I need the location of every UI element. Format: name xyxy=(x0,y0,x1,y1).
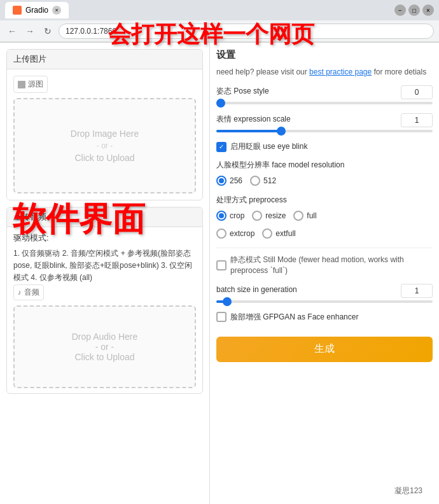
extcrop-label: extcrop xyxy=(230,229,254,238)
face-enhance-row[interactable]: 脸部增强 GFPGAN as Face enhancer xyxy=(216,312,433,323)
eye-blink-label: 启用眨眼 use eye blink xyxy=(230,141,307,152)
drive-mode-title: 驱动模式: xyxy=(13,232,196,244)
extcrop-radio[interactable] xyxy=(216,228,226,239)
extcrop-option[interactable]: extcrop xyxy=(216,228,254,239)
left-panel: 上传图片 源图 Drop Image Here - or - Click to … xyxy=(0,43,210,504)
maximize-btn[interactable]: □ xyxy=(408,4,420,16)
face-256-option[interactable]: 256 xyxy=(216,176,242,186)
extfull-option[interactable]: extfull xyxy=(262,228,295,239)
tab-close-btn[interactable]: × xyxy=(52,6,61,15)
click-upload-text[interactable]: Click to Upload xyxy=(74,153,134,163)
crop-radio[interactable] xyxy=(216,211,226,221)
window-controls: − □ × xyxy=(394,4,434,16)
help-text-before: need help? please visit our xyxy=(216,67,309,76)
expression-value-input[interactable] xyxy=(401,113,433,127)
drive-mode-section: 驱动模式: 1. 仅音频驱动 2. 音频/空闲模式 + 参考视频(脸部姿态pos… xyxy=(7,227,202,393)
drop-audio-text: Drop Audio Here xyxy=(72,332,138,342)
preprocess-setting: 处理方式 preprocess crop resize full xyxy=(216,195,433,239)
browser-chrome: Gradio × − □ × ← → ↻ xyxy=(0,0,439,43)
extfull-radio[interactable] xyxy=(262,228,272,239)
pose-label-row: 姿态 Pose style xyxy=(216,85,433,99)
crop-inner xyxy=(219,213,224,218)
expression-slider-thumb[interactable] xyxy=(277,127,286,136)
preprocess-radio-group-2: extcrop extfull xyxy=(216,228,433,239)
drive-mode-desc: 1. 仅音频驱动 2. 音频/空闲模式 + 参考视频(脸部姿态pose, 眨眼b… xyxy=(13,248,196,284)
face-model-setting: 人脸模型分辨率 face model resolution 256 512 xyxy=(216,160,433,186)
drop-image-text: Drop Image Here xyxy=(71,129,139,139)
face-512-option[interactable]: 512 xyxy=(250,176,276,186)
face-enhance-checkbox[interactable] xyxy=(216,312,226,322)
batch-label-row: batch size in generation xyxy=(216,284,433,298)
crop-option[interactable]: crop xyxy=(216,211,244,221)
resize-option[interactable]: resize xyxy=(252,211,286,221)
upload-audio-section: 上传音频 驱动模式: 1. 仅音频驱动 2. 音频/空闲模式 + 参考视频(脸部… xyxy=(6,207,203,394)
face-256-radio[interactable] xyxy=(216,176,226,186)
audio-label: ♪ 音频 xyxy=(13,284,44,300)
batch-size-setting: batch size in generation xyxy=(216,284,433,303)
address-bar[interactable] xyxy=(59,24,434,39)
still-mode-label: 静态模式 Still Mode (fewer head motion, work… xyxy=(230,255,433,276)
expression-label-row: 表情 expression scale xyxy=(216,113,433,127)
face-enhance-label: 脸部增强 GFPGAN as Face enhancer xyxy=(230,312,358,323)
extfull-label: extfull xyxy=(275,229,295,238)
upload-audio-header: 上传音频 xyxy=(7,207,202,227)
upload-image-area: 源图 Drop Image Here - or - Click to Uploa… xyxy=(7,69,202,200)
click-upload-audio-text[interactable]: Click to Upload xyxy=(74,352,134,362)
generate-button[interactable]: 生成 xyxy=(216,337,433,362)
right-panel: 设置 need help? please visit our best prac… xyxy=(210,43,439,504)
expression-setting: 表情 expression scale xyxy=(216,113,433,132)
pose-value-input[interactable] xyxy=(401,85,433,99)
preprocess-radio-group: crop resize full xyxy=(216,211,433,221)
or-audio-text: - or - xyxy=(95,342,115,352)
batch-size-input[interactable] xyxy=(401,284,433,298)
expression-label: 表情 expression scale xyxy=(216,114,291,125)
batch-slider-thumb[interactable] xyxy=(223,297,232,306)
pose-setting: 姿态 Pose style xyxy=(216,85,433,104)
resize-radio[interactable] xyxy=(252,211,262,221)
preprocess-label: 处理方式 preprocess xyxy=(216,195,433,206)
face-model-radio-group: 256 512 xyxy=(216,176,433,186)
close-btn[interactable]: × xyxy=(422,4,434,16)
audio-drop-zone[interactable]: Drop Audio Here - or - Click to Upload xyxy=(13,305,196,388)
source-label: 源图 xyxy=(13,76,48,93)
face-256-label: 256 xyxy=(230,176,242,185)
full-radio[interactable] xyxy=(293,211,303,221)
watermark-text: 凝思123 xyxy=(394,486,422,495)
batch-slider-track[interactable] xyxy=(216,300,433,303)
tab-favicon xyxy=(13,6,22,15)
expression-slider-fill xyxy=(216,130,281,132)
image-icon xyxy=(18,81,25,88)
forward-button[interactable]: → xyxy=(23,24,37,38)
minimize-btn[interactable]: − xyxy=(394,4,406,16)
full-option[interactable]: full xyxy=(293,211,316,221)
still-mode-row[interactable]: 静态模式 Still Mode (fewer head motion, work… xyxy=(216,255,433,276)
eye-blink-row[interactable]: 启用眨眼 use eye blink xyxy=(216,141,433,152)
browser-titlebar: Gradio × − □ × xyxy=(0,0,439,20)
resize-label: resize xyxy=(265,211,286,220)
source-label-text: 源图 xyxy=(28,79,43,90)
full-label: full xyxy=(307,211,316,220)
upload-audio-title: 上传音频 xyxy=(13,212,46,221)
image-drop-zone[interactable]: Drop Image Here - or - Click to Upload xyxy=(13,98,196,193)
expression-slider-track[interactable] xyxy=(216,130,433,132)
divider-1 xyxy=(216,248,433,248)
face-model-label: 人脸模型分辨率 face model resolution xyxy=(216,160,433,171)
refresh-button[interactable]: ↻ xyxy=(41,24,55,38)
face-256-inner xyxy=(219,178,224,183)
tab-title: Gradio xyxy=(25,6,48,15)
pose-label: 姿态 Pose style xyxy=(216,86,269,97)
help-text: need help? please visit our best practic… xyxy=(216,66,433,78)
or-text: - or - xyxy=(97,141,113,150)
back-button[interactable]: ← xyxy=(5,24,19,38)
face-512-radio[interactable] xyxy=(250,176,260,186)
eye-blink-checkbox[interactable] xyxy=(216,142,226,152)
batch-size-label: batch size in generation xyxy=(216,285,297,294)
upload-image-section: 上传图片 源图 Drop Image Here - or - Click to … xyxy=(6,49,203,200)
help-link[interactable]: best practice page xyxy=(309,67,372,76)
pose-slider-thumb[interactable] xyxy=(216,99,225,108)
help-text-after: for more detials xyxy=(372,67,426,76)
pose-slider-track[interactable] xyxy=(216,102,433,104)
browser-toolbar: ← → ↻ xyxy=(0,20,439,42)
browser-tab[interactable]: Gradio × xyxy=(5,2,69,18)
still-mode-checkbox[interactable] xyxy=(216,260,226,270)
